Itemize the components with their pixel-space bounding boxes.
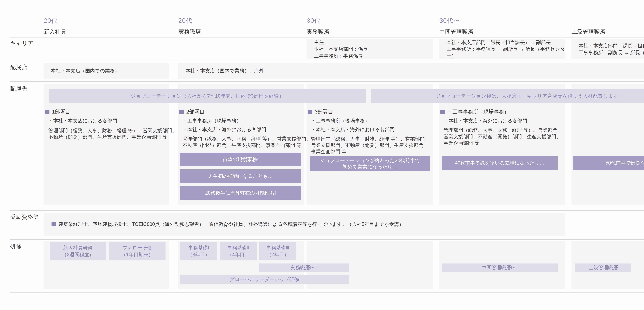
row-label-store: 配属店 <box>10 64 28 71</box>
row-label-career: キャリア <box>10 40 34 47</box>
assignment-heading-4-text: ・工事事務所（現場事務） <box>447 108 509 115</box>
age-label-30s-plus: 30代〜 <box>440 16 460 25</box>
square-bullet-icon <box>52 222 56 226</box>
assignment-sub-3a: ・工事事務所（現場事務） <box>311 118 370 124</box>
square-bullet-icon <box>308 110 312 114</box>
training-box-basics-1: 事務基礎Ⅰ （3年目） <box>180 242 218 260</box>
stage-label-practical-30s: 実務職層 <box>307 28 330 35</box>
qualifications-line: 建築業経理士、宅地建物取扱士、TOEIC800点（海外勤務志望者） 通信教育や社… <box>52 212 404 236</box>
assignment-sub-3b: ・本社・本支店・海外における各部門 <box>311 126 395 133</box>
callout-first-transfer: 人生初の転勤になることも… <box>180 170 302 183</box>
assignment-heading-1-text: 1部署目 <box>52 108 70 115</box>
square-bullet-icon <box>179 110 184 114</box>
store-box-domestic: 本社・本支店（国内での業務） <box>44 63 169 79</box>
training-box-basics-3: 事務基礎Ⅲ （7年目） <box>260 242 296 260</box>
separator-1 <box>10 37 644 38</box>
training-bar-practical: 実務職層Ⅰ~Ⅲ <box>260 264 349 272</box>
career-text-30s: 主任 本社・本支店部門：係長 工事事務所：事務係長 <box>314 39 368 59</box>
store-text-domestic: 本社・本支店（国内での業務） <box>51 68 120 74</box>
stage-label-practical-20s: 実務職層 <box>178 28 201 35</box>
job-rotation-bar-2: ジョブローテーション後は、人物適正・キャリア育成等を踏まえ人材配置します。 <box>371 89 644 103</box>
assignment-heading-2: 2部署目 <box>179 108 204 115</box>
career-path-diagram: 20代 20代 30代 30代〜 新入社員 実務職層 実務職層 中間管理職層 上… <box>0 0 644 310</box>
callout-lead-section-40s: 40代前半で課を率いる立場になったり… <box>442 156 558 170</box>
square-bullet-icon <box>45 110 50 114</box>
assignment-sub-2a: ・工事事務所（現場事務） <box>182 118 241 124</box>
stage-label-middle-mgmt: 中間管理職層 <box>440 28 474 35</box>
assignment-detail-4: 管理部門（総務、人事、財務、経理 等）、営業部門、 営業支援部門、不動産（開発）… <box>444 127 562 146</box>
career-box-30s: 主任 本社・本支店部門：係長 工事事務所：事務係長 <box>307 39 433 59</box>
training-box-basics-2: 事務基礎Ⅱ （4年目） <box>220 242 257 260</box>
stage-label-newhire: 新入社員 <box>44 28 66 35</box>
separator-3 <box>10 82 644 82</box>
training-bar-middle-mgmt: 中間管理職層Ⅰ~Ⅱ <box>442 264 558 272</box>
career-box-middle-mgmt: 本社・本支店部門：課長（担当課長）→ 副部長 工事事務所：事務課長 → 副所長 … <box>440 39 565 59</box>
training-box-newhire: 新入社員研修 （2週間程度） <box>50 242 106 260</box>
callout-dept-head-50s: 50代前半で部長クラス <box>573 156 644 170</box>
career-text-senior-mgmt: 本社・本支店部門：課長（担当課長）→ 副部長→部長 工事事務所：副所長 → 所長… <box>578 42 644 56</box>
stage-label-senior-mgmt: 上級管理職層 <box>572 28 606 35</box>
row-label-qualifications: 奨励資格等 <box>10 213 39 220</box>
separator-5 <box>10 240 644 240</box>
separator-4 <box>10 210 644 211</box>
assignment-sub-4a: ・本社・本支店・海外における各部門 <box>444 118 527 124</box>
assignment-detail-2: 管理部門（総務、人事、財務、経理 等）、営業支援部門、 不動産（開発）部門、生産… <box>182 136 311 148</box>
age-label-20s-2: 20代 <box>178 16 192 25</box>
store-text-overseas: 本社・本支店（国内で業務）／海外 <box>186 68 264 74</box>
assignment-sub-2b: ・本社・本支店・海外における各部門 <box>182 126 266 133</box>
store-box-overseas: 本社・本支店（国内で業務）／海外 <box>178 63 644 79</box>
qualifications-text: 建築業経理士、宅地建物取扱士、TOEIC800点（海外勤務志望者） 通信教育や社… <box>58 221 404 228</box>
assignment-heading-3-text: 3部署目 <box>315 108 333 115</box>
callout-overseas-late-20s: 20代後半に海外駐在の可能性も! <box>180 186 302 200</box>
square-bullet-icon <box>440 110 445 114</box>
age-label-20s-1: 20代 <box>44 16 58 25</box>
callout-first-sales-30s: ジョブローテーションが終わった30代前半で 初めて営業になったり… <box>310 156 430 171</box>
age-label-30s: 30代 <box>307 16 320 25</box>
assignment-detail-3: 管理部門（総務、人事、財務、経理 等）、営業部門、 営業支援部門、不動産（開発）… <box>311 136 430 155</box>
assignment-heading-3: 3部署目 <box>308 108 333 115</box>
job-rotation-bar-1: ジョブローテーション（入社から7〜10年間、国内で3部門を経験） <box>49 89 366 103</box>
training-bar-global-leadership: グローバルリーダーシップ研修 <box>180 275 349 284</box>
career-text-middle-mgmt: 本社・本支店部門：課長（担当課長）→ 副部長 工事事務所：事務課長 → 副所長 … <box>446 39 565 59</box>
callout-field-office: 待望の現場事務! <box>180 153 302 166</box>
separator-6 <box>10 292 644 293</box>
row-label-training: 研修 <box>10 243 22 250</box>
training-box-followup: フォロー研修 （1年目期末） <box>109 242 166 260</box>
assignment-heading-2-text: 2部署目 <box>186 108 204 115</box>
assignment-heading-1: 1部署目 <box>45 108 70 115</box>
assignment-sub-1a: ・本社・本支店における各部門 <box>48 118 117 124</box>
row-label-assignment: 配属先 <box>10 85 28 92</box>
assignment-heading-4: ・工事事務所（現場事務） <box>440 108 509 115</box>
separator-2 <box>10 60 644 61</box>
assignment-detail-1: 管理部門（総務、人事、財務、経理 等）、営業支援部門、 不動産（開発）部門、生産… <box>48 127 177 140</box>
career-box-senior-mgmt: 本社・本支店部門：課長（担当課長）→ 副部長→部長 工事事務所：副所長 → 所長… <box>572 39 644 59</box>
training-bar-senior-mgmt: 上級管理職層 <box>575 264 631 272</box>
